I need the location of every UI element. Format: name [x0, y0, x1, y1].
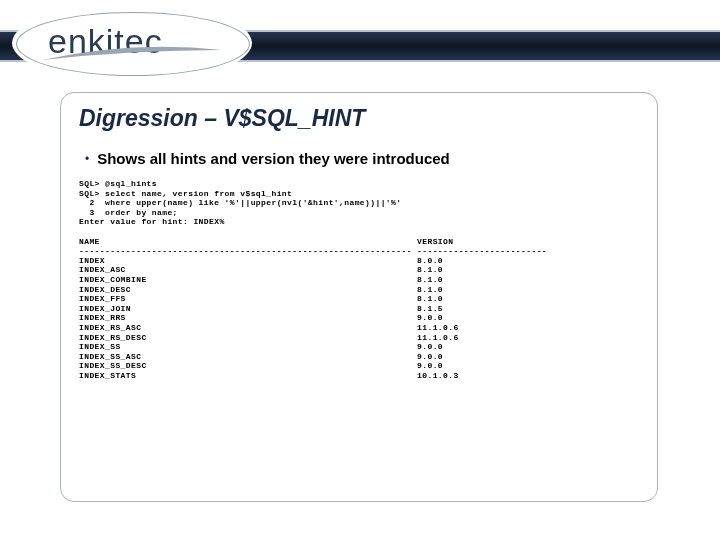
swoosh-icon — [42, 46, 222, 64]
blank-line — [79, 227, 639, 237]
content-box: Digression – V$SQL_HINT • Shows all hint… — [60, 92, 658, 502]
bullet-text: Shows all hints and version they were in… — [97, 150, 450, 167]
hint-table: NAME VERSION ---------------------------… — [79, 237, 639, 381]
slide: enkitec Digression – V$SQL_HINT • Shows … — [0, 0, 720, 540]
bullet-row: • Shows all hints and version they were … — [79, 150, 639, 167]
slide-title: Digression – V$SQL_HINT — [79, 105, 639, 132]
sql-block: SQL> @sql_hints SQL> select name, versio… — [79, 179, 639, 227]
bullet-icon: • — [85, 152, 89, 166]
logo: enkitec — [12, 4, 252, 74]
